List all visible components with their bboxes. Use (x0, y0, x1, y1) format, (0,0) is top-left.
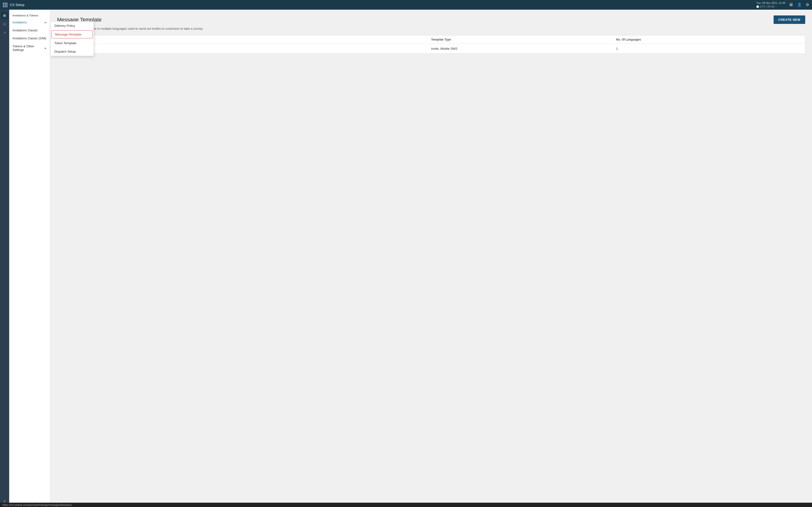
chevron-right-icon-2: ▶ (45, 47, 47, 50)
sidebar-item-invitations-classic[interactable]: Invitations Classic (9, 26, 50, 34)
status-bar: https://xm.webex.com/preview/#/setup/mes… (0, 503, 812, 507)
grid-menu-icon[interactable] (3, 3, 7, 7)
user-profile-icon[interactable]: 👤 (797, 2, 802, 7)
table-header-languages: No. Of Languages (616, 38, 801, 41)
table-cell-template-type: Invite: Mobile SMS (431, 47, 616, 50)
topbar: CX Setup Tue, 09 Nov 2021, 12:45 🕐 (UTC … (0, 0, 812, 10)
table-header-template-type: Template Type (431, 38, 616, 41)
topbar-left: CX Setup (3, 3, 24, 7)
notifications-icon[interactable]: 🏛 (789, 3, 793, 7)
table-container: Template Type No. Of Languages Invite: M… (57, 35, 805, 54)
topbar-datetime: Tue, 09 Nov 2021, 12:45 🕐 (UTC +05:30) (756, 1, 785, 8)
sidebar-dark: ⊞ ☑ ↗ ✦ (0, 10, 9, 507)
page-header: Message Template CREATE NEW (57, 15, 805, 24)
submenu-item-token-template[interactable]: Token Template (51, 39, 94, 47)
sidebar-dark-btn-tasks[interactable]: ☑ (1, 20, 8, 28)
submenu-item-delivery-policy[interactable]: Delivery Policy (51, 21, 94, 30)
table-header-name (61, 38, 431, 41)
sidebar-section-label: Invitations & Tokens (9, 12, 50, 18)
sidebar-dark-btn-home[interactable]: ⊞ (1, 12, 8, 19)
clock-icon: 🕐 (756, 5, 759, 8)
table-cell-name (61, 47, 431, 50)
chevron-right-icon: ▶ (45, 21, 47, 24)
submenu-item-message-template[interactable]: Message Template (51, 31, 93, 38)
table-cell-languages: 1 (616, 47, 801, 50)
submenu-item-dispatch-setup[interactable]: Dispatch Setup (51, 47, 94, 56)
app-title: CX Setup (10, 3, 24, 7)
sidebar-light: Invitations & Tokens Invitations ▶ Invit… (9, 10, 50, 507)
app-layout: ⊞ ☑ ↗ ✦ Invitations & Tokens Invitations… (0, 0, 812, 507)
table-header-row: Template Type No. Of Languages (57, 36, 805, 44)
table-row: Invite: Mobile SMS 1 (57, 44, 805, 53)
sidebar-item-invitations-classic-sim[interactable]: Invitations Classic (SIM) (9, 34, 50, 42)
settings-icon[interactable]: ⚙ (806, 2, 809, 7)
page-subtitle: Manage message templates in multiple lan… (57, 27, 805, 31)
status-url: https://xm.webex.com/preview/#/setup/mes… (2, 503, 72, 506)
sidebar-item-invitations[interactable]: Invitations ▶ (9, 18, 50, 26)
sidebar-item-tokens-other-settings[interactable]: Tokens & Other Settings ▶ (9, 42, 50, 54)
topbar-right: Tue, 09 Nov 2021, 12:45 🕐 (UTC +05:30) 🏛… (756, 1, 809, 8)
main-content: Message Template CREATE NEW Manage messa… (50, 10, 812, 507)
sidebar-dark-btn-share[interactable]: ↗ (1, 29, 8, 37)
submenu-invitations: Delivery Policy Message Template Token T… (50, 21, 94, 56)
create-new-button[interactable]: CREATE NEW (773, 15, 805, 24)
